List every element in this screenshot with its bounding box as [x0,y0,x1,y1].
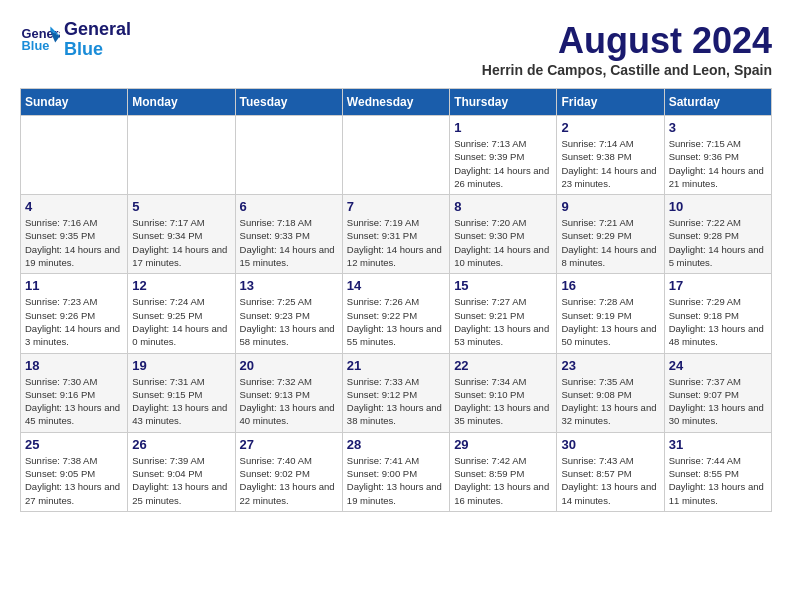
day-details: Sunrise: 7:37 AMSunset: 9:07 PMDaylight:… [669,375,767,428]
col-header-monday: Monday [128,89,235,116]
day-details: Sunrise: 7:20 AMSunset: 9:30 PMDaylight:… [454,216,552,269]
day-number: 4 [25,199,123,214]
calendar-cell: 6Sunrise: 7:18 AMSunset: 9:33 PMDaylight… [235,195,342,274]
col-header-thursday: Thursday [450,89,557,116]
title-block: August 2024 Herrin de Campos, Castille a… [482,20,772,78]
col-header-wednesday: Wednesday [342,89,449,116]
day-details: Sunrise: 7:28 AMSunset: 9:19 PMDaylight:… [561,295,659,348]
day-number: 31 [669,437,767,452]
calendar-table: SundayMondayTuesdayWednesdayThursdayFrid… [20,88,772,512]
day-details: Sunrise: 7:31 AMSunset: 9:15 PMDaylight:… [132,375,230,428]
calendar-cell: 5Sunrise: 7:17 AMSunset: 9:34 PMDaylight… [128,195,235,274]
day-details: Sunrise: 7:17 AMSunset: 9:34 PMDaylight:… [132,216,230,269]
col-header-saturday: Saturday [664,89,771,116]
day-details: Sunrise: 7:33 AMSunset: 9:12 PMDaylight:… [347,375,445,428]
calendar-cell: 16Sunrise: 7:28 AMSunset: 9:19 PMDayligh… [557,274,664,353]
day-details: Sunrise: 7:32 AMSunset: 9:13 PMDaylight:… [240,375,338,428]
calendar-cell: 31Sunrise: 7:44 AMSunset: 8:55 PMDayligh… [664,432,771,511]
day-details: Sunrise: 7:27 AMSunset: 9:21 PMDaylight:… [454,295,552,348]
logo: General Blue General Blue [20,20,131,60]
day-number: 14 [347,278,445,293]
calendar-cell: 27Sunrise: 7:40 AMSunset: 9:02 PMDayligh… [235,432,342,511]
day-details: Sunrise: 7:15 AMSunset: 9:36 PMDaylight:… [669,137,767,190]
day-details: Sunrise: 7:26 AMSunset: 9:22 PMDaylight:… [347,295,445,348]
logo-icon: General Blue [20,20,60,60]
calendar-cell: 9Sunrise: 7:21 AMSunset: 9:29 PMDaylight… [557,195,664,274]
calendar-cell [235,116,342,195]
day-details: Sunrise: 7:25 AMSunset: 9:23 PMDaylight:… [240,295,338,348]
day-details: Sunrise: 7:14 AMSunset: 9:38 PMDaylight:… [561,137,659,190]
calendar-cell: 23Sunrise: 7:35 AMSunset: 9:08 PMDayligh… [557,353,664,432]
day-details: Sunrise: 7:41 AMSunset: 9:00 PMDaylight:… [347,454,445,507]
logo-text-line2: Blue [64,40,131,60]
day-number: 11 [25,278,123,293]
calendar-week-row: 18Sunrise: 7:30 AMSunset: 9:16 PMDayligh… [21,353,772,432]
calendar-cell: 19Sunrise: 7:31 AMSunset: 9:15 PMDayligh… [128,353,235,432]
calendar-cell: 24Sunrise: 7:37 AMSunset: 9:07 PMDayligh… [664,353,771,432]
day-details: Sunrise: 7:19 AMSunset: 9:31 PMDaylight:… [347,216,445,269]
col-header-tuesday: Tuesday [235,89,342,116]
day-details: Sunrise: 7:24 AMSunset: 9:25 PMDaylight:… [132,295,230,348]
calendar-cell [342,116,449,195]
day-number: 7 [347,199,445,214]
calendar-week-row: 4Sunrise: 7:16 AMSunset: 9:35 PMDaylight… [21,195,772,274]
calendar-cell: 1Sunrise: 7:13 AMSunset: 9:39 PMDaylight… [450,116,557,195]
day-number: 27 [240,437,338,452]
day-details: Sunrise: 7:16 AMSunset: 9:35 PMDaylight:… [25,216,123,269]
calendar-cell [128,116,235,195]
calendar-cell: 15Sunrise: 7:27 AMSunset: 9:21 PMDayligh… [450,274,557,353]
day-number: 23 [561,358,659,373]
svg-text:Blue: Blue [22,38,50,53]
calendar-cell: 21Sunrise: 7:33 AMSunset: 9:12 PMDayligh… [342,353,449,432]
day-number: 28 [347,437,445,452]
calendar-cell: 11Sunrise: 7:23 AMSunset: 9:26 PMDayligh… [21,274,128,353]
calendar-cell: 10Sunrise: 7:22 AMSunset: 9:28 PMDayligh… [664,195,771,274]
calendar-cell: 18Sunrise: 7:30 AMSunset: 9:16 PMDayligh… [21,353,128,432]
calendar-cell: 25Sunrise: 7:38 AMSunset: 9:05 PMDayligh… [21,432,128,511]
day-details: Sunrise: 7:43 AMSunset: 8:57 PMDaylight:… [561,454,659,507]
logo-text-line1: General [64,20,131,40]
day-number: 18 [25,358,123,373]
day-number: 6 [240,199,338,214]
day-number: 9 [561,199,659,214]
calendar-cell: 13Sunrise: 7:25 AMSunset: 9:23 PMDayligh… [235,274,342,353]
calendar-cell: 30Sunrise: 7:43 AMSunset: 8:57 PMDayligh… [557,432,664,511]
day-number: 10 [669,199,767,214]
day-details: Sunrise: 7:13 AMSunset: 9:39 PMDaylight:… [454,137,552,190]
day-number: 21 [347,358,445,373]
day-details: Sunrise: 7:18 AMSunset: 9:33 PMDaylight:… [240,216,338,269]
day-details: Sunrise: 7:44 AMSunset: 8:55 PMDaylight:… [669,454,767,507]
day-number: 20 [240,358,338,373]
calendar-cell: 29Sunrise: 7:42 AMSunset: 8:59 PMDayligh… [450,432,557,511]
day-number: 30 [561,437,659,452]
day-details: Sunrise: 7:42 AMSunset: 8:59 PMDaylight:… [454,454,552,507]
day-number: 19 [132,358,230,373]
calendar-week-row: 11Sunrise: 7:23 AMSunset: 9:26 PMDayligh… [21,274,772,353]
day-number: 17 [669,278,767,293]
col-header-friday: Friday [557,89,664,116]
calendar-cell: 12Sunrise: 7:24 AMSunset: 9:25 PMDayligh… [128,274,235,353]
calendar-cell: 4Sunrise: 7:16 AMSunset: 9:35 PMDaylight… [21,195,128,274]
day-details: Sunrise: 7:34 AMSunset: 9:10 PMDaylight:… [454,375,552,428]
calendar-cell: 8Sunrise: 7:20 AMSunset: 9:30 PMDaylight… [450,195,557,274]
day-number: 22 [454,358,552,373]
day-number: 24 [669,358,767,373]
calendar-header-row: SundayMondayTuesdayWednesdayThursdayFrid… [21,89,772,116]
day-details: Sunrise: 7:35 AMSunset: 9:08 PMDaylight:… [561,375,659,428]
day-number: 26 [132,437,230,452]
day-details: Sunrise: 7:40 AMSunset: 9:02 PMDaylight:… [240,454,338,507]
calendar-week-row: 25Sunrise: 7:38 AMSunset: 9:05 PMDayligh… [21,432,772,511]
day-number: 1 [454,120,552,135]
day-number: 8 [454,199,552,214]
day-number: 29 [454,437,552,452]
calendar-cell: 3Sunrise: 7:15 AMSunset: 9:36 PMDaylight… [664,116,771,195]
day-number: 3 [669,120,767,135]
calendar-cell: 22Sunrise: 7:34 AMSunset: 9:10 PMDayligh… [450,353,557,432]
day-number: 25 [25,437,123,452]
day-number: 12 [132,278,230,293]
day-details: Sunrise: 7:29 AMSunset: 9:18 PMDaylight:… [669,295,767,348]
day-details: Sunrise: 7:38 AMSunset: 9:05 PMDaylight:… [25,454,123,507]
month-year: August 2024 [482,20,772,62]
calendar-cell: 20Sunrise: 7:32 AMSunset: 9:13 PMDayligh… [235,353,342,432]
location: Herrin de Campos, Castille and Leon, Spa… [482,62,772,78]
